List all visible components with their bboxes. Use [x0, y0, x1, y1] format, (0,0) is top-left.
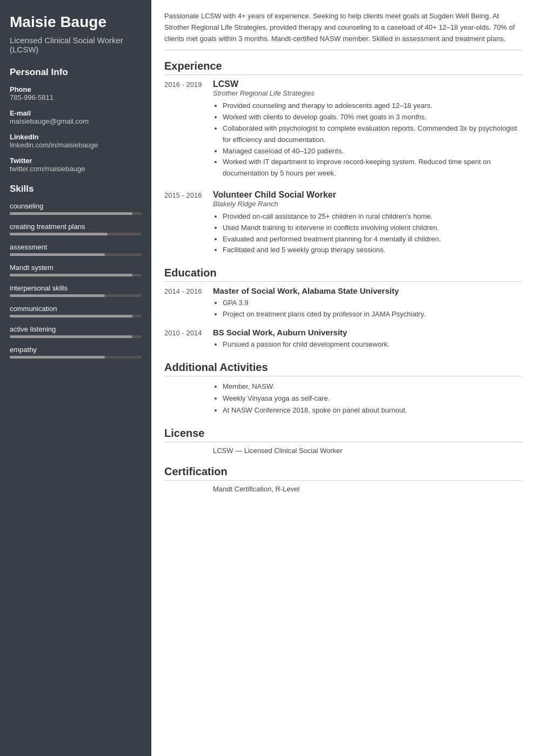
email-item: E-mail maisiebauge@gmail.com [10, 109, 142, 125]
skill-bar-fill [10, 335, 132, 338]
skill-bar [10, 335, 142, 338]
license-section: License LCSW — Licensed Clinical Social … [164, 427, 522, 455]
activity-bullet: Weekly Vinyasa yoga as self-care. [223, 393, 522, 404]
edu-dates: 2014 - 2016 [164, 286, 213, 320]
skill-name: Mandt system [10, 264, 142, 272]
skill-name: creating treatment plans [10, 222, 142, 231]
skills-heading: Skills [10, 184, 142, 194]
skill-item: assessment [10, 243, 142, 256]
twitter-value: twitter.com/maisiebauge [10, 165, 142, 173]
skill-bar-fill [10, 356, 105, 359]
experience-section: Experience 2016 - 2019 LCSW Strother Reg… [164, 60, 522, 256]
edu-bullets: Pursued a passion for child development … [213, 339, 522, 350]
skill-bar [10, 315, 142, 318]
experience-entry: 2016 - 2019 LCSW Strother Regional Life … [164, 79, 522, 179]
skill-bar-fill [10, 294, 105, 297]
experience-list: 2016 - 2019 LCSW Strother Regional Life … [164, 79, 522, 256]
edu-degree: BS Social Work, Auburn University [213, 328, 522, 337]
edu-content: BS Social Work, Auburn University Pursue… [213, 328, 522, 350]
skill-item: Mandt system [10, 264, 142, 276]
skill-bar [10, 294, 142, 297]
activity-bullet: At NASW Conference 2018, spoke on panel … [223, 404, 522, 416]
education-heading: Education [164, 267, 522, 282]
email-value: maisiebauge@gmail.com [10, 117, 142, 125]
linkedin-item: LinkedIn linkedin.com/in/maisiebauge [10, 133, 142, 149]
candidate-title: Licensed Clinical Social Worker (LCSW) [10, 36, 142, 54]
exp-bullets: Provided on-call assistance to 25+ child… [213, 211, 522, 256]
skill-bar [10, 253, 142, 256]
main-content: Passionate LCSW with 4+ years of experie… [151, 0, 535, 756]
exp-job-title: LCSW [213, 79, 522, 89]
sidebar: Maisie Bauge Licensed Clinical Social Wo… [0, 0, 151, 756]
skills-list: counseling creating treatment plans asse… [10, 202, 142, 359]
skill-bar [10, 274, 142, 276]
bullet: Managed caseload of 40–120 patients. [223, 146, 522, 157]
skill-bar-fill [10, 274, 132, 276]
activities-list: Member, NASW.Weekly Vinyasa yoga as self… [213, 381, 522, 416]
skill-item: counseling [10, 202, 142, 215]
bullet: Pursued a passion for child development … [223, 339, 522, 350]
skill-name: assessment [10, 243, 142, 251]
certification-heading: Certification [164, 465, 522, 481]
skill-item: interpersonal skills [10, 284, 142, 297]
skill-name: active listening [10, 325, 142, 333]
bullet: Evaluated and performed treatment planni… [223, 234, 522, 245]
linkedin-label: LinkedIn [10, 133, 142, 141]
activities-section: Additional Activities Member, NASW.Weekl… [164, 361, 522, 416]
bullet: Project on treatment plans cited by prof… [223, 309, 522, 320]
exp-content: LCSW Strother Regional Life Strategies P… [213, 79, 522, 179]
candidate-name: Maisie Bauge [10, 13, 142, 31]
skill-bar [10, 356, 142, 359]
edu-content: Master of Social Work, Alabama State Uni… [213, 286, 522, 320]
skill-item: communication [10, 305, 142, 318]
activity-bullet: Member, NASW. [223, 381, 522, 393]
skill-name: counseling [10, 202, 142, 210]
skill-item: active listening [10, 325, 142, 338]
edu-dates: 2010 - 2014 [164, 328, 213, 350]
exp-content: Volunteer Child Social Worker Blakely Ri… [213, 190, 522, 256]
skill-bar-fill [10, 253, 105, 256]
edu-bullets: GPA 3.9Project on treatment plans cited … [213, 298, 522, 320]
experience-entry: 2015 - 2016 Volunteer Child Social Worke… [164, 190, 522, 256]
bullet: Facilitated and led 5 weekly group thera… [223, 245, 522, 256]
email-label: E-mail [10, 109, 142, 117]
skill-item: creating treatment plans [10, 222, 142, 235]
education-list: 2014 - 2016 Master of Social Work, Alaba… [164, 286, 522, 350]
skill-bar [10, 233, 142, 235]
linkedin-value: linkedin.com/in/maisiebauge [10, 141, 142, 149]
phone-value: 785-996-5811 [10, 93, 142, 102]
exp-bullets: Provided counseling and therapy to adole… [213, 100, 522, 179]
exp-company: Blakely Ridge Ranch [213, 200, 522, 208]
skill-name: interpersonal skills [10, 284, 142, 292]
skill-name: communication [10, 305, 142, 313]
bullet: Collaborated with psychologist to comple… [223, 123, 522, 146]
phone-item: Phone 785-996-5811 [10, 85, 142, 102]
bullet: Worked with IT department to improve rec… [223, 157, 522, 179]
bullet: GPA 3.9 [223, 298, 522, 309]
license-heading: License [164, 427, 522, 442]
activities-heading: Additional Activities [164, 361, 522, 376]
personal-info-heading: Personal Info [10, 67, 142, 78]
education-section: Education 2014 - 2016 Master of Social W… [164, 267, 522, 350]
bullet: Provided on-call assistance to 25+ child… [223, 211, 522, 222]
skill-bar-fill [10, 233, 108, 235]
skill-bar-fill [10, 212, 132, 215]
experience-heading: Experience [164, 60, 522, 75]
certification-section: Certification Mandt Certification, R-Lev… [164, 465, 522, 493]
bullet: Used Mandt training to intervene in conf… [223, 222, 522, 234]
exp-dates: 2016 - 2019 [164, 79, 213, 179]
twitter-label: Twitter [10, 157, 142, 165]
activities-content: Member, NASW.Weekly Vinyasa yoga as self… [164, 381, 522, 416]
bullet: Provided counseling and therapy to adole… [223, 100, 522, 112]
license-value: LCSW — Licensed Clinical Social Worker [164, 447, 522, 455]
education-entry: 2014 - 2016 Master of Social Work, Alaba… [164, 286, 522, 320]
skill-bar [10, 212, 142, 215]
skill-bar-fill [10, 315, 132, 318]
summary: Passionate LCSW with 4+ years of experie… [164, 11, 522, 50]
edu-degree: Master of Social Work, Alabama State Uni… [213, 286, 522, 295]
exp-company: Strother Regional Life Strategies [213, 89, 522, 97]
certification-value: Mandt Certification, R-Level [164, 485, 522, 493]
phone-label: Phone [10, 85, 142, 93]
exp-dates: 2015 - 2016 [164, 190, 213, 256]
education-entry: 2010 - 2014 BS Social Work, Auburn Unive… [164, 328, 522, 350]
